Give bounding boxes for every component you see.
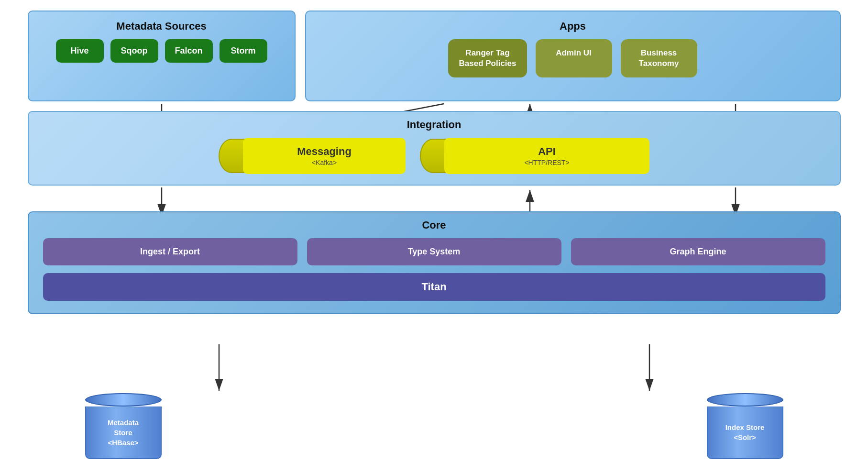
metadata-sources-box: Metadata Sources Hive Sqoop Falcon Storm (28, 11, 296, 101)
messaging-sub: <Kafka> (257, 159, 391, 166)
core-items: Ingest / Export Type System Graph Engine (43, 238, 825, 265)
db-index-text: Index Store <Solr> (725, 422, 765, 442)
db-top-left (85, 393, 162, 406)
messaging-cylinder: Messaging <Kafka> (243, 138, 406, 174)
apps-title: Apps (317, 20, 829, 33)
titan-bar: Titan (43, 273, 825, 301)
metadata-sources-items: Hive Sqoop Falcon Storm (39, 39, 284, 63)
apps-items: Ranger TagBased Policies Admin UI Busine… (317, 39, 829, 77)
db-metadata-text: Metadata Store <HBase> (108, 417, 139, 448)
db-index-store: Index Store <Solr> (707, 393, 783, 459)
db-body-right: Index Store <Solr> (707, 406, 783, 459)
api-cylinder: API <HTTP/REST> (444, 138, 649, 174)
core-item-graph: Graph Engine (571, 238, 825, 265)
core-box: Core Ingest / Export Type System Graph E… (28, 211, 841, 314)
db-body-left: Metadata Store <HBase> (85, 406, 162, 459)
core-item-ingest: Ingest / Export (43, 238, 297, 265)
meta-item-storm: Storm (220, 39, 267, 63)
meta-item-hive: Hive (56, 39, 104, 63)
integration-box: Integration Messaging <Kafka> API <HTTP/… (28, 111, 841, 186)
apps-box: Apps Ranger TagBased Policies Admin UI B… (305, 11, 841, 101)
metadata-sources-title: Metadata Sources (39, 20, 284, 33)
messaging-label: Messaging (257, 145, 391, 158)
top-row: Metadata Sources Hive Sqoop Falcon Storm… (28, 11, 841, 101)
api-label: API (459, 145, 635, 158)
integration-title: Integration (43, 119, 825, 131)
api-sub: <HTTP/REST> (459, 159, 635, 166)
app-item-taxonomy: BusinessTaxonomy (621, 39, 697, 77)
architecture-diagram: Metadata Sources Hive Sqoop Falcon Storm… (28, 11, 841, 450)
db-metadata-store: Metadata Store <HBase> (85, 393, 162, 459)
core-title: Core (43, 219, 825, 231)
core-item-type: Type System (307, 238, 561, 265)
app-item-admin: Admin UI (536, 39, 612, 77)
meta-item-falcon: Falcon (165, 39, 213, 63)
db-top-right (707, 393, 783, 406)
app-item-ranger: Ranger TagBased Policies (448, 39, 527, 77)
meta-item-sqoop: Sqoop (110, 39, 158, 63)
integration-items: Messaging <Kafka> API <HTTP/REST> (43, 138, 825, 174)
db-row: Metadata Store <HBase> Index Store <Solr… (28, 393, 841, 459)
